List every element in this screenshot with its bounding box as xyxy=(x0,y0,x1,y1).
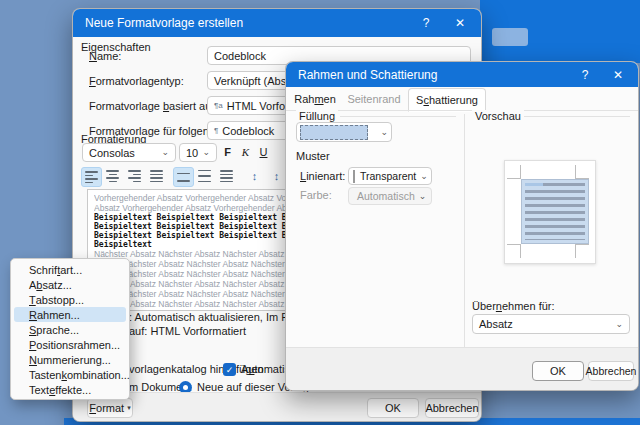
dialog-title: Neue Formatvorlage erstellen xyxy=(85,16,243,30)
apply-to-label: Übernehmen für: xyxy=(472,300,555,312)
style-description-line: auf: HTML Vorformatiert xyxy=(129,325,246,337)
shading-preview-paragraph[interactable] xyxy=(521,179,589,244)
crop-mark-bottom-right xyxy=(575,244,589,258)
font-size-dropdown[interactable]: 10 ⌄ xyxy=(179,143,217,162)
crop-mark-bottom-left xyxy=(507,244,521,258)
tab-strip-divider xyxy=(286,110,638,111)
preview-text-lines xyxy=(525,183,585,240)
pattern-style-label: Linienart: xyxy=(300,170,345,182)
ribbon-highlight xyxy=(492,28,528,46)
align-right-icon xyxy=(128,170,141,182)
menu-item-absatz[interactable]: Absatz... xyxy=(14,277,126,292)
paragraph-style-icon: ¶ xyxy=(214,126,218,135)
spacing-1-5-button[interactable] xyxy=(195,167,214,185)
preview-group-label: Vorschau xyxy=(472,110,524,122)
help-icon[interactable]: ? xyxy=(411,9,441,37)
chevron-down-icon: ⌄ xyxy=(198,148,210,157)
underline-button[interactable]: U xyxy=(255,143,272,161)
format-menu: Schriftart... Absatz... Tabstopp... Rahm… xyxy=(10,258,130,400)
transparent-swatch xyxy=(353,170,355,183)
close-icon[interactable]: ✕ xyxy=(603,62,633,87)
spacing-up-down-icon: ↕ xyxy=(252,170,258,182)
check-icon: ✓ xyxy=(226,365,234,375)
chevron-down-icon: ⌄ xyxy=(416,172,428,181)
spacing-up-down-icon: ↕ xyxy=(274,170,280,182)
fill-group-label: Füllung xyxy=(296,110,338,122)
menu-arrow-icon: ▾ xyxy=(127,404,131,412)
menu-item-tastenkombination[interactable]: Tastenkombination... xyxy=(14,367,126,382)
bold-button[interactable]: F xyxy=(219,143,236,161)
space-before-button[interactable]: ↕ xyxy=(245,167,264,185)
preview-first-line-indent xyxy=(525,183,543,186)
chevron-down-icon: ⌄ xyxy=(157,148,169,157)
fill-color-swatch xyxy=(300,125,368,140)
menu-item-sprache[interactable]: Sprache... xyxy=(14,322,126,337)
borders-cancel-button[interactable]: Abbrechen xyxy=(588,361,634,381)
crop-mark-top-left xyxy=(507,165,521,179)
align-center-icon xyxy=(106,170,119,182)
chevron-down-icon: ⌄ xyxy=(415,192,427,201)
align-left-button[interactable] xyxy=(81,167,102,187)
align-center-button[interactable] xyxy=(103,167,122,185)
tab-schattierung[interactable]: Schattierung xyxy=(408,88,486,112)
italic-button[interactable]: K xyxy=(237,143,254,161)
pattern-group-label: Muster xyxy=(296,150,330,162)
borders-ok-button[interactable]: OK xyxy=(532,361,584,381)
new-style-ok-button[interactable]: OK xyxy=(367,398,419,418)
style-type-label: Formatvorlagentyp: xyxy=(89,75,184,87)
spacing-single-icon xyxy=(177,173,190,182)
preview-group-divider xyxy=(464,114,465,348)
close-icon[interactable]: ✕ xyxy=(445,9,475,37)
tab-seitenrand[interactable]: Seitenrand xyxy=(342,88,406,110)
chevron-down-icon: ⌄ xyxy=(611,320,623,329)
menu-item-schriftart[interactable]: Schriftart... xyxy=(14,262,126,277)
name-label: Name: xyxy=(89,50,121,62)
spacing-single-button[interactable] xyxy=(173,167,194,187)
borders-shading-dialog: Rahmen und Schattierung ? ✕ Rahmen Seite… xyxy=(285,61,639,391)
spacing-1-5-icon xyxy=(198,170,211,183)
auto-update-checkbox[interactable]: ✓ xyxy=(223,363,236,376)
apply-to-dropdown[interactable]: Absatz ⌄ xyxy=(472,314,630,334)
pattern-color-label: Farbe: xyxy=(300,189,332,201)
menu-item-texteffekte[interactable]: Texteffekte... xyxy=(14,382,126,397)
align-right-button[interactable] xyxy=(125,167,144,185)
fill-color-dropdown[interactable]: ⌄ xyxy=(296,122,392,142)
font-dropdown[interactable]: Consolas ⌄ xyxy=(82,143,176,162)
fill-group-line xyxy=(340,116,456,117)
based-on-label: Formatvorlage basiert auf: xyxy=(89,100,217,112)
linked-style-icon: ¶a xyxy=(214,101,223,110)
chevron-down-icon: ⌄ xyxy=(376,128,388,137)
format-menu-button[interactable]: Format ▾ xyxy=(87,398,133,418)
screen: Neue Formatvorlage erstellen ? ✕ Eigensc… xyxy=(0,0,640,425)
space-after-button[interactable]: ↕ xyxy=(267,167,286,185)
menu-item-positionsrahmen[interactable]: Positionsrahmen... xyxy=(14,337,126,352)
align-left-icon xyxy=(85,171,98,183)
crop-mark-top-right xyxy=(575,165,589,179)
pattern-color-dropdown[interactable]: Automatisch ⌄ xyxy=(348,187,432,205)
align-justify-button[interactable] xyxy=(147,167,166,185)
align-justify-icon xyxy=(150,170,163,182)
menu-item-rahmen[interactable]: Rahmen... xyxy=(14,307,126,322)
tab-rahmen[interactable]: Rahmen xyxy=(290,88,340,110)
preview-group-line xyxy=(524,116,630,117)
menu-item-tabstopp[interactable]: Tabstopp... xyxy=(14,292,126,307)
spacing-double-button[interactable] xyxy=(217,167,236,185)
new-style-dialog-footer xyxy=(73,392,481,421)
pattern-style-dropdown[interactable]: Transparent ⌄ xyxy=(348,167,432,185)
menu-item-nummerierung[interactable]: Nummerierung... xyxy=(14,352,126,367)
help-icon[interactable]: ? xyxy=(570,62,600,87)
new-style-cancel-button[interactable]: Abbrechen xyxy=(425,398,479,418)
dialog-title: Rahmen und Schattierung xyxy=(298,68,437,82)
spacing-double-icon xyxy=(220,170,233,182)
